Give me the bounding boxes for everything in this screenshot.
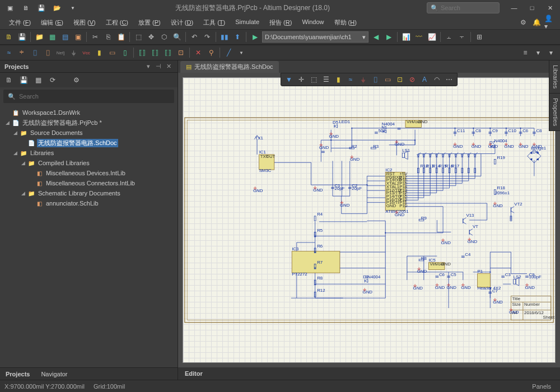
project-tree[interactable]: 📋Workspace1.DsnWrk◢📄无线防盗报警器电路.PrjPcb *◢📁… [0, 105, 178, 367]
part-icon[interactable]: ▮ [94, 47, 105, 58]
notify-icon[interactable]: 🔔 [531, 17, 542, 28]
undo-icon[interactable]: ↶ [189, 31, 200, 43]
cut-icon[interactable]: ✂ [90, 31, 101, 43]
tree-row[interactable]: ◢📁Libraries [1, 148, 176, 158]
tree-twisty[interactable]: ◢ [12, 150, 18, 156]
panel-tab[interactable]: Projects [0, 369, 35, 379]
menu-item[interactable]: 视图 (V) [69, 17, 100, 28]
tree-row[interactable]: ◢📁Schematic Library Documents [1, 188, 176, 198]
panel-save-icon[interactable]: 💾 [18, 74, 29, 86]
panel-compile-icon[interactable]: ▦ [32, 74, 44, 86]
tree-row[interactable]: ◢📄无线防盗报警器电路.PrjPcb * [1, 118, 176, 128]
open-icon[interactable]: 📂 [52, 2, 63, 13]
gnd-icon2[interactable]: ⏚ [357, 74, 368, 85]
net-icon2[interactable]: ⌷ [370, 74, 381, 85]
tree-twisty[interactable]: ◢ [12, 130, 18, 136]
noerc-icon[interactable]: ✕ [193, 47, 204, 58]
menu-item[interactable]: 工程 (C) [101, 17, 133, 28]
schematic-canvas[interactable]: TitleSizeNumberA42018/6/12SheetIC1SM3CTX… [183, 77, 556, 363]
bus-icon2[interactable]: ⊡ [394, 74, 405, 85]
panel-refresh-icon[interactable]: ⟳ [47, 74, 58, 86]
menu-item[interactable]: 工具 (T) [199, 17, 230, 28]
select-icon[interactable]: ⬚ [133, 31, 144, 43]
tree-row[interactable]: ◧annunciator.SchLib [1, 198, 176, 208]
tree-twisty[interactable]: ◢ [20, 190, 26, 196]
arc-icon[interactable]: ◠ [431, 74, 442, 85]
back-icon[interactable]: ▶ [383, 31, 394, 43]
sheet-icon[interactable]: ▤ [59, 31, 71, 43]
list-icon[interactable]: ☰ [320, 74, 332, 85]
menu-item[interactable]: 放置 (P) [134, 17, 165, 28]
comp4-icon[interactable]: ⊡ [175, 47, 186, 58]
wave-icon[interactable]: 〰 [413, 31, 424, 43]
menu-r2-icon[interactable]: ▾ [533, 47, 544, 58]
panels-button[interactable]: Panels [528, 382, 556, 391]
menu-item[interactable]: Simulate [231, 17, 264, 28]
panel-pin-icon[interactable]: ⊣ [154, 62, 163, 71]
zoom-icon[interactable]: 🔍 [171, 31, 183, 43]
save-icon[interactable]: 💾 [36, 2, 47, 13]
panel-search-input[interactable] [19, 93, 170, 100]
comp1-icon[interactable]: ⟦⟧ [137, 47, 148, 58]
paste-icon[interactable]: 📋 [115, 31, 127, 43]
text-icon[interactable]: A [419, 74, 430, 85]
x-icon2[interactable]: ⊘ [407, 74, 418, 85]
tree-row[interactable]: 📄无线防盗报警器电路.SchDoc [1, 138, 176, 148]
global-search[interactable]: 🔍 [427, 2, 500, 13]
comp3-icon[interactable]: ⟦⟧ [162, 47, 174, 58]
compile-icon[interactable]: ▦ [46, 31, 58, 43]
net-text-icon[interactable]: Net] [55, 47, 66, 58]
menu-item[interactable]: 设计 (D) [166, 17, 198, 28]
panel-tab[interactable]: Navigator [35, 369, 73, 379]
go-icon[interactable]: ◀ [370, 31, 381, 43]
cross-icon[interactable]: ✛ [296, 74, 307, 85]
align-l-icon[interactable]: ⫠ [444, 31, 455, 43]
probe-icon[interactable]: ⚲ [206, 47, 217, 58]
tree-row[interactable]: 📋Workspace1.DsnWrk [1, 108, 176, 118]
panel-search[interactable]: 🔍 [3, 90, 174, 103]
panel-doc-icon[interactable]: 🗎 [3, 74, 15, 86]
filter-icon[interactable]: ▼ [283, 74, 295, 85]
panel-dd-icon[interactable]: ▾ [144, 62, 153, 71]
search-input[interactable] [441, 4, 491, 11]
part-icon2[interactable]: ▮ [333, 74, 344, 85]
menu-item[interactable]: 编辑 (E) [36, 17, 68, 28]
netlabel-icon[interactable]: ⌷ [29, 47, 40, 58]
document-tab[interactable]: ▤ 无线防盗报警器电路.SchDoc [180, 61, 279, 73]
tree-twisty[interactable]: ◢ [20, 160, 26, 166]
up-icon[interactable]: ⬆ [232, 31, 243, 43]
tree-row[interactable]: ◧Miscellaneous Devices.IntLib [1, 168, 176, 178]
new-icon[interactable]: 🗎 [20, 2, 31, 13]
port-icon2[interactable]: ▭ [382, 74, 393, 85]
chart-icon[interactable]: 📊 [400, 31, 412, 43]
more-icon[interactable]: ⋯ [444, 74, 455, 85]
rail-libraries[interactable]: Libraries [549, 60, 560, 94]
harness-icon[interactable]: ▯ [119, 47, 130, 58]
menu-r3-icon[interactable]: ▾ [545, 47, 557, 58]
tree-twisty[interactable]: ◢ [4, 120, 10, 125]
comp2-icon[interactable]: ⟦⟧ [150, 47, 161, 58]
maximize-button[interactable]: □ [526, 2, 538, 13]
close-button[interactable]: ✕ [544, 2, 556, 13]
redo-icon[interactable]: ↷ [202, 31, 213, 43]
tree-row[interactable]: ◢📁Compiled Libraries [1, 158, 176, 168]
path-combo[interactable]: D:\Documents\yuanwenjian\ch1▾ [262, 31, 368, 43]
save-doc-icon[interactable]: 💾 [16, 31, 27, 43]
settings-icon[interactable]: ⚙ [517, 17, 529, 28]
plot-icon[interactable]: 📈 [426, 31, 437, 43]
lib-icon[interactable]: ▣ [72, 31, 83, 43]
vcc-icon[interactable]: Vcc [81, 47, 92, 58]
menu-item[interactable]: Window [297, 17, 328, 28]
line-dd-icon[interactable]: ▼ [236, 47, 247, 58]
editor-tab[interactable]: Editor [178, 368, 209, 379]
menu-item[interactable]: 帮助 (H) [330, 17, 361, 28]
user-icon[interactable]: 👤▾ [544, 17, 556, 28]
grid-icon[interactable]: ⊞ [474, 31, 485, 43]
bus-icon[interactable]: ⫩ [16, 47, 27, 58]
tree-row[interactable]: ◢📁Source Documents [1, 128, 176, 138]
run-icon[interactable]: ▶ [249, 31, 260, 43]
menu-item[interactable]: 报告 (R) [265, 17, 296, 28]
rail-properties[interactable]: Properties [549, 94, 560, 131]
sheet-sym-icon[interactable]: ▭ [106, 47, 118, 58]
gnd-icon[interactable]: ⏚ [68, 47, 79, 58]
